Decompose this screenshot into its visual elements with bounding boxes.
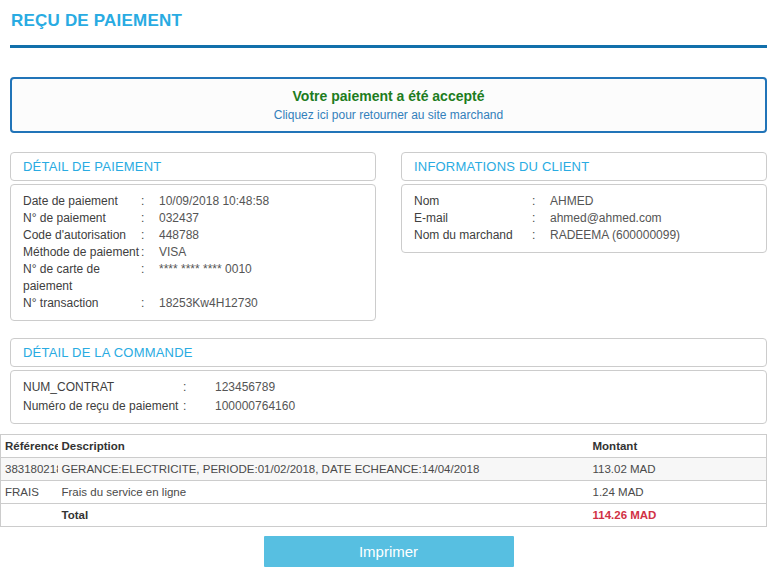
detail-row: N° de carte de paiement : **** **** ****… bbox=[23, 261, 363, 295]
table-header-row: Référence Description Montant bbox=[1, 435, 767, 458]
info-panels: DÉTAIL DE PAIEMENT Date de paiement : 10… bbox=[10, 152, 767, 321]
total-label: Total bbox=[58, 504, 585, 527]
cell-description: Frais du service en ligne bbox=[58, 481, 585, 504]
payment-accepted-message: Votre paiement a été accepté bbox=[293, 88, 485, 104]
detail-row: Nom du marchand : RADEEMA (600000099) bbox=[414, 227, 754, 244]
column-header-amount: Montant bbox=[585, 435, 767, 458]
detail-row: Méthode de paiement : VISA bbox=[23, 244, 363, 261]
payment-details-title: DÉTAIL DE PAIEMENT bbox=[10, 152, 376, 181]
order-info-row: NUM_CONTRAT : 123456789 bbox=[23, 378, 754, 397]
column-header-description: Description bbox=[58, 435, 585, 458]
cell-description: GERANCE:ELECTRICITE, PERIODE:01/02/2018,… bbox=[58, 458, 585, 481]
cell-reference: FRAIS bbox=[1, 481, 58, 504]
detail-row: N° transaction : 18253Kw4H12730 bbox=[23, 295, 363, 312]
page-title: REÇU DE PAIEMENT bbox=[11, 11, 767, 31]
payment-details-body: Date de paiement : 10/09/2018 10:48:58 N… bbox=[10, 184, 376, 321]
receipt-page: REÇU DE PAIEMENT Votre paiement a été ac… bbox=[0, 0, 777, 579]
detail-row: Date de paiement : 10/09/2018 10:48:58 bbox=[23, 193, 363, 210]
client-info-panel: INFORMATIONS DU CLIENT Nom : AHMED E-mai… bbox=[401, 152, 767, 253]
order-details-section: DÉTAIL DE LA COMMANDE NUM_CONTRAT : 1234… bbox=[10, 338, 767, 527]
client-info-title: INFORMATIONS DU CLIENT bbox=[401, 152, 767, 181]
cell-amount: 113.02 MAD bbox=[585, 458, 767, 481]
title-divider bbox=[10, 45, 767, 48]
cell-reference: 383180218210 bbox=[1, 458, 58, 481]
print-button[interactable]: Imprimer bbox=[264, 536, 514, 567]
order-info-row: Numéro de reçu de paiement : 10000076416… bbox=[23, 397, 754, 416]
return-to-merchant-link[interactable]: Cliquez ici pour retourner au site march… bbox=[274, 108, 503, 122]
detail-row: N° de paiement : 032437 bbox=[23, 210, 363, 227]
client-info-body: Nom : AHMED E-mail : ahmed@ahmed.com Nom… bbox=[401, 184, 767, 253]
order-details-title: DÉTAIL DE LA COMMANDE bbox=[10, 338, 767, 367]
cell-amount: 1.24 MAD bbox=[585, 481, 767, 504]
detail-row: E-mail : ahmed@ahmed.com bbox=[414, 210, 754, 227]
order-details-body: NUM_CONTRAT : 123456789 Numéro de reçu d… bbox=[10, 370, 767, 424]
table-total-row: Total 114.26 MAD bbox=[1, 504, 767, 527]
cell-empty bbox=[1, 504, 58, 527]
column-header-reference: Référence bbox=[1, 435, 58, 458]
order-items-table: Référence Description Montant 3831802182… bbox=[0, 434, 767, 527]
table-row: FRAIS Frais du service en ligne 1.24 MAD bbox=[1, 481, 767, 504]
detail-row: Code d'autorisation : 448788 bbox=[23, 227, 363, 244]
total-amount: 114.26 MAD bbox=[585, 504, 767, 527]
actions-row: Imprimer bbox=[10, 536, 767, 567]
detail-row: Nom : AHMED bbox=[414, 193, 754, 210]
payment-details-panel: DÉTAIL DE PAIEMENT Date de paiement : 10… bbox=[10, 152, 376, 321]
payment-status-box: Votre paiement a été accepté Cliquez ici… bbox=[10, 77, 767, 133]
table-row: 383180218210 GERANCE:ELECTRICITE, PERIOD… bbox=[1, 458, 767, 481]
